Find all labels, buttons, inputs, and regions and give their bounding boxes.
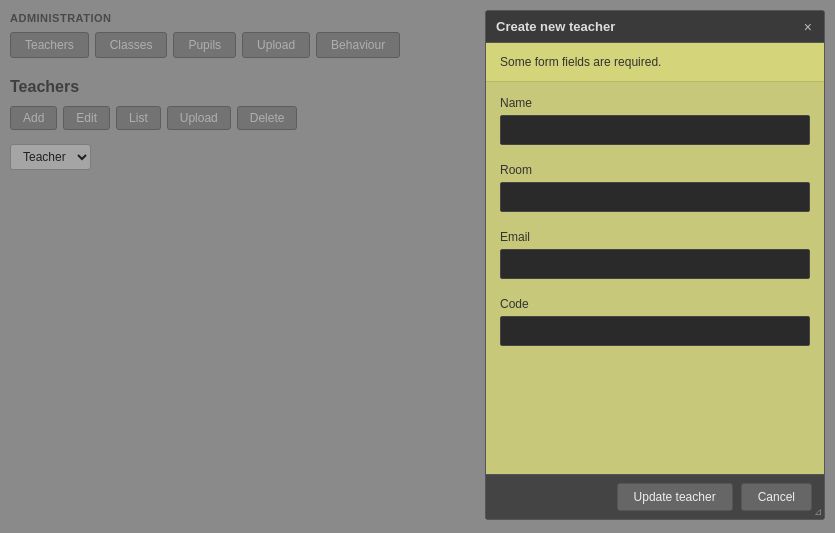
modal-overlay: Create new teacher × Some form fields ar… (0, 0, 835, 533)
modal-header: Create new teacher × (486, 11, 824, 43)
modal-body: Some form fields are required. Name Room… (486, 43, 824, 474)
name-input[interactable] (500, 115, 810, 145)
room-label: Room (500, 163, 810, 177)
email-label: Email (500, 230, 810, 244)
cancel-button[interactable]: Cancel (741, 483, 812, 511)
code-label: Code (500, 297, 810, 311)
room-field-group: Room (500, 163, 810, 212)
modal-footer: Update teacher Cancel (486, 474, 824, 519)
modal-title: Create new teacher (496, 19, 615, 34)
name-field-group: Name (500, 96, 810, 145)
code-field-group: Code (500, 297, 810, 346)
name-label: Name (500, 96, 810, 110)
modal-close-button[interactable]: × (802, 20, 814, 34)
email-input[interactable] (500, 249, 810, 279)
error-message: Some form fields are required. (486, 43, 824, 82)
email-field-group: Email (500, 230, 810, 279)
room-input[interactable] (500, 182, 810, 212)
form-area: Name Room Email Code (486, 82, 824, 378)
update-teacher-button[interactable]: Update teacher (617, 483, 733, 511)
code-input[interactable] (500, 316, 810, 346)
create-teacher-modal: Create new teacher × Some form fields ar… (485, 10, 825, 520)
